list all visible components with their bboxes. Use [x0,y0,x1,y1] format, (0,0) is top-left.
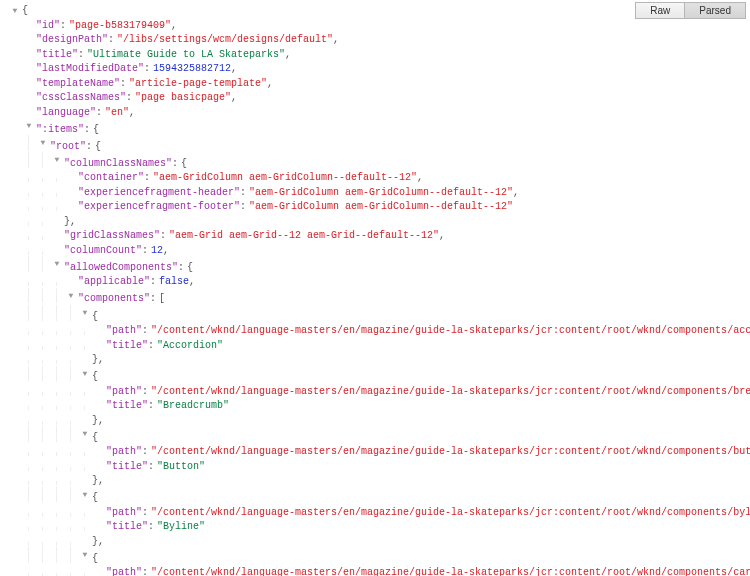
expand-arrow[interactable]: ▼ [50,154,64,166]
expand-arrow[interactable]: ▼ [78,489,92,501]
expand-arrow[interactable]: ▼ [78,428,92,440]
raw-button[interactable]: Raw [635,2,685,19]
expand-arrow[interactable]: ▼ [78,307,92,319]
parsed-button[interactable]: Parsed [684,2,746,19]
view-toggle: Raw Parsed [635,2,746,19]
expand-arrow[interactable]: ▼ [22,120,36,132]
expand-arrow[interactable]: ▼ [50,258,64,270]
expand-arrow[interactable]: ▼ [8,5,22,17]
expand-arrow[interactable]: ▼ [36,137,50,149]
expand-arrow[interactable]: ▼ [78,368,92,380]
json-tree: ▼{"id":"page-b583179409","designPath":"/… [0,0,750,576]
expand-arrow[interactable]: ▼ [78,549,92,561]
expand-arrow[interactable]: ▼ [64,290,78,302]
